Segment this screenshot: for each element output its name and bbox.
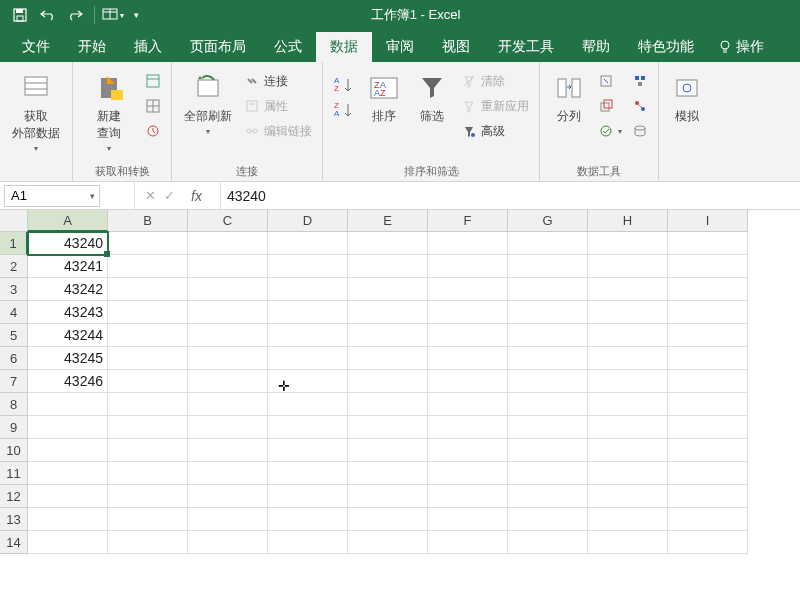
cell-D8[interactable] — [268, 393, 348, 416]
tab-home[interactable]: 开始 — [64, 32, 120, 62]
cell-H9[interactable] — [588, 416, 668, 439]
consolidate-button[interactable] — [630, 70, 650, 92]
cell-B14[interactable] — [108, 531, 188, 554]
cell-D3[interactable] — [268, 278, 348, 301]
cell-D2[interactable] — [268, 255, 348, 278]
cell-B9[interactable] — [108, 416, 188, 439]
cell-A6[interactable]: 43245 — [28, 347, 108, 370]
row-header-6[interactable]: 6 — [0, 347, 28, 370]
cell-H6[interactable] — [588, 347, 668, 370]
cell-H10[interactable] — [588, 439, 668, 462]
cell-I12[interactable] — [668, 485, 748, 508]
cell-I10[interactable] — [668, 439, 748, 462]
cell-D13[interactable] — [268, 508, 348, 531]
cell-C5[interactable] — [188, 324, 268, 347]
cell-A14[interactable] — [28, 531, 108, 554]
cell-B11[interactable] — [108, 462, 188, 485]
row-header-10[interactable]: 10 — [0, 439, 28, 462]
undo-button[interactable] — [36, 3, 60, 27]
connections-button[interactable]: 连接 — [242, 70, 314, 92]
cell-C10[interactable] — [188, 439, 268, 462]
cell-G6[interactable] — [508, 347, 588, 370]
cell-D4[interactable] — [268, 301, 348, 324]
cell-H14[interactable] — [588, 531, 668, 554]
column-header-E[interactable]: E — [348, 210, 428, 232]
tab-help[interactable]: 帮助 — [568, 32, 624, 62]
cell-I9[interactable] — [668, 416, 748, 439]
column-header-D[interactable]: D — [268, 210, 348, 232]
row-header-14[interactable]: 14 — [0, 531, 28, 554]
cell-E14[interactable] — [348, 531, 428, 554]
row-header-5[interactable]: 5 — [0, 324, 28, 347]
tab-review[interactable]: 审阅 — [372, 32, 428, 62]
cell-I13[interactable] — [668, 508, 748, 531]
manage-data-model-button[interactable] — [630, 120, 650, 142]
column-header-A[interactable]: A — [28, 210, 108, 232]
cell-E5[interactable] — [348, 324, 428, 347]
row-header-9[interactable]: 9 — [0, 416, 28, 439]
cell-G3[interactable] — [508, 278, 588, 301]
cell-H13[interactable] — [588, 508, 668, 531]
tab-pagelayout[interactable]: 页面布局 — [176, 32, 260, 62]
cell-A4[interactable]: 43243 — [28, 301, 108, 324]
cell-F1[interactable] — [428, 232, 508, 255]
cell-H3[interactable] — [588, 278, 668, 301]
cell-H11[interactable] — [588, 462, 668, 485]
cell-F12[interactable] — [428, 485, 508, 508]
cell-C1[interactable] — [188, 232, 268, 255]
cell-G13[interactable] — [508, 508, 588, 531]
whatif-button[interactable]: 模拟 — [667, 66, 707, 125]
cell-F8[interactable] — [428, 393, 508, 416]
cell-H8[interactable] — [588, 393, 668, 416]
cell-B13[interactable] — [108, 508, 188, 531]
cell-B4[interactable] — [108, 301, 188, 324]
sort-button[interactable]: ZAAZ 排序 — [363, 66, 405, 125]
select-all-corner[interactable] — [0, 210, 28, 232]
relationships-button[interactable] — [630, 95, 650, 117]
cell-E8[interactable] — [348, 393, 428, 416]
row-header-7[interactable]: 7 — [0, 370, 28, 393]
tab-view[interactable]: 视图 — [428, 32, 484, 62]
cell-C6[interactable] — [188, 347, 268, 370]
cell-I2[interactable] — [668, 255, 748, 278]
data-validation-button[interactable]: ▾ — [596, 120, 624, 142]
column-header-G[interactable]: G — [508, 210, 588, 232]
cell-H1[interactable] — [588, 232, 668, 255]
cell-E4[interactable] — [348, 301, 428, 324]
cell-F6[interactable] — [428, 347, 508, 370]
tell-me[interactable]: 操作 — [708, 32, 774, 62]
cell-I8[interactable] — [668, 393, 748, 416]
tab-data[interactable]: 数据 — [316, 32, 372, 62]
cell-I14[interactable] — [668, 531, 748, 554]
cell-A3[interactable]: 43242 — [28, 278, 108, 301]
from-table-button[interactable] — [143, 95, 163, 117]
cell-A7[interactable]: 43246 — [28, 370, 108, 393]
advanced-filter-button[interactable]: 高级 — [459, 120, 531, 142]
tab-file[interactable]: 文件 — [8, 32, 64, 62]
refresh-all-button[interactable]: 全部刷新 ▾ — [180, 66, 236, 136]
cell-G8[interactable] — [508, 393, 588, 416]
cell-G4[interactable] — [508, 301, 588, 324]
cell-H5[interactable] — [588, 324, 668, 347]
name-box[interactable]: A1 — [4, 185, 100, 207]
cell-D11[interactable] — [268, 462, 348, 485]
cell-B2[interactable] — [108, 255, 188, 278]
cell-D9[interactable] — [268, 416, 348, 439]
cell-C12[interactable] — [188, 485, 268, 508]
cell-B6[interactable] — [108, 347, 188, 370]
recent-sources-button[interactable] — [143, 120, 163, 142]
cell-B12[interactable] — [108, 485, 188, 508]
tab-insert[interactable]: 插入 — [120, 32, 176, 62]
row-header-11[interactable]: 11 — [0, 462, 28, 485]
cell-E12[interactable] — [348, 485, 428, 508]
cell-B8[interactable] — [108, 393, 188, 416]
cell-F9[interactable] — [428, 416, 508, 439]
cell-B10[interactable] — [108, 439, 188, 462]
new-query-button[interactable]: 新建 查询 ▾ — [81, 66, 137, 153]
cell-A2[interactable]: 43241 — [28, 255, 108, 278]
tab-formulas[interactable]: 公式 — [260, 32, 316, 62]
column-header-F[interactable]: F — [428, 210, 508, 232]
cell-A10[interactable] — [28, 439, 108, 462]
flash-fill-button[interactable] — [596, 70, 624, 92]
qat-table-button[interactable]: ▾ — [101, 3, 125, 27]
